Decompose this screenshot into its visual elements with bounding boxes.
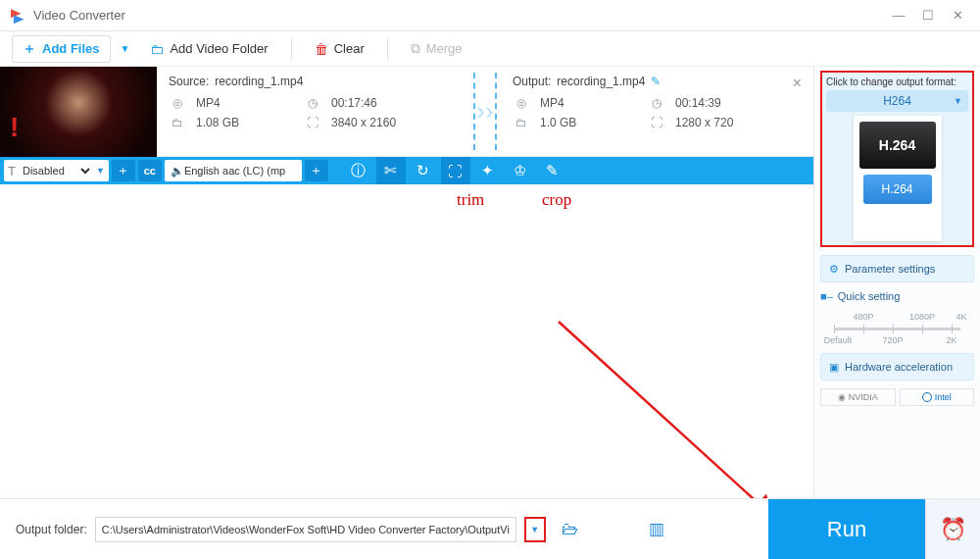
format-pill-label: H264 <box>883 94 911 108</box>
add-folder-button[interactable]: 🗀 Add Video Folder <box>139 36 278 62</box>
format-pill[interactable]: H264 ▼ <box>826 90 968 112</box>
output-column: × Output: recording_1.mp4 ✎ ◎ MP4 ◷ 00:1… <box>501 67 813 156</box>
hardware-accel-label: Hardware acceleration <box>845 361 953 373</box>
titlebar: Video Converter — ☐ ✕ <box>0 0 980 31</box>
subtitle-selector[interactable]: T Disabled ▼ <box>4 160 109 181</box>
thumb-marker: ! <box>10 112 19 143</box>
caption-button[interactable]: cc <box>138 160 162 181</box>
nvidia-logo: ◉NVIDIA <box>820 388 896 406</box>
crop-button[interactable]: ⛶ <box>441 157 470 184</box>
svg-line-0 <box>559 322 774 518</box>
rotate-button[interactable]: ↻ <box>409 157 438 184</box>
format-hint: Click to change output format: <box>826 76 968 87</box>
conversion-arrow: ›› <box>469 67 501 156</box>
add-files-dropdown[interactable]: ▼ <box>117 43 134 54</box>
dot-icon: ■– <box>820 290 833 302</box>
sliders-icon: ⚙ <box>829 263 839 276</box>
rename-icon[interactable]: ✎ <box>651 75 661 88</box>
output-label: Output: <box>513 75 551 88</box>
watermark-button[interactable]: ♔ <box>506 157 535 184</box>
source-resolution: 3840 x 2160 <box>331 116 429 129</box>
speaker-icon: 🔈 <box>171 165 184 178</box>
format-card[interactable]: H.264 H.264 <box>854 116 942 241</box>
app-title: Video Converter <box>33 8 884 23</box>
intel-logo: Intel <box>900 388 975 406</box>
add-subtitle-button[interactable]: ＋ <box>112 160 135 181</box>
format-card-bottom: H.264 <box>863 175 932 204</box>
quick-setting-label: ■– Quick setting <box>820 290 974 302</box>
source-column: Source: recording_1.mp4 ◎ MP4 ◷ 00:17:46… <box>157 67 469 156</box>
output-format: MP4 <box>540 96 638 110</box>
audio-track-selector[interactable]: 🔈 English aac (LC) (mp <box>165 160 302 181</box>
open-folder-button[interactable]: 🗁 <box>554 520 586 539</box>
content-area: ! Source: recording_1.mp4 ◎ MP4 ◷ 00:17:… <box>0 67 980 498</box>
output-folder-dropdown[interactable]: ▼ <box>524 517 546 542</box>
remove-item-button[interactable]: × <box>793 75 802 92</box>
info-button[interactable]: ⓘ <box>344 157 373 184</box>
minimize-button[interactable]: — <box>884 4 913 27</box>
edit-button[interactable]: ✎ <box>538 157 567 184</box>
subtitle-select[interactable]: Disabled <box>19 164 93 178</box>
output-duration: 00:14:39 <box>675 96 773 110</box>
separator <box>291 38 292 60</box>
main-panel: ! Source: recording_1.mp4 ◎ MP4 ◷ 00:17:… <box>0 67 813 498</box>
format-icon: ◎ <box>169 96 186 110</box>
add-files-button[interactable]: ＋ Add Files <box>12 35 111 63</box>
item-actionbar: T Disabled ▼ ＋ cc 🔈 English aac (LC) (mp… <box>0 157 813 184</box>
folder-plus-icon: 🗀 <box>150 41 164 57</box>
close-button[interactable]: ✕ <box>943 4 972 27</box>
source-label: Source: <box>169 75 209 88</box>
footer: Output folder: ▼ 🗁 ▥ Run ⏰ <box>0 498 980 559</box>
output-folder-label: Output folder: <box>16 523 87 536</box>
add-files-label: Add Files <box>42 41 100 56</box>
clear-button[interactable]: 🗑 Clear <box>304 36 375 62</box>
trim-button[interactable]: ✄ <box>376 157 406 184</box>
plus-icon: ＋ <box>23 40 36 58</box>
merge-label: Merge <box>426 41 463 56</box>
text-icon: T <box>8 164 16 178</box>
source-format: MP4 <box>196 96 294 110</box>
quick-setting-slider[interactable]: 480P 1080P 4K Default 720P 2K <box>824 312 970 345</box>
app-logo-icon <box>8 7 25 25</box>
audio-track-label: English aac (LC) (mp <box>184 165 285 177</box>
source-size: 1.08 GB <box>196 116 294 129</box>
video-thumbnail[interactable]: ! <box>0 67 157 157</box>
parameter-settings-label: Parameter settings <box>845 263 935 275</box>
source-duration: 00:17:46 <box>331 96 429 110</box>
annotation-crop: crop <box>542 190 571 210</box>
output-resolution: 1280 x 720 <box>675 116 773 129</box>
clear-label: Clear <box>334 41 365 56</box>
size-icon: 🗀 <box>169 116 186 129</box>
merge-icon: ⧉ <box>411 40 420 57</box>
task-list-button[interactable]: ▥ <box>641 519 672 539</box>
output-format-box: Click to change output format: H264 ▼ H.… <box>820 71 974 247</box>
add-folder-label: Add Video Folder <box>170 41 268 56</box>
resolution-icon: ⛶ <box>304 116 321 129</box>
resolution-icon: ⛶ <box>648 116 665 129</box>
file-item: ! Source: recording_1.mp4 ◎ MP4 ◷ 00:17:… <box>0 67 813 157</box>
clock-icon: ◷ <box>648 96 665 110</box>
hardware-accel-button[interactable]: ▣ Hardware acceleration <box>820 353 974 381</box>
source-filename: recording_1.mp4 <box>215 75 303 88</box>
format-icon: ◎ <box>513 96 530 110</box>
parameter-settings-button[interactable]: ⚙ Parameter settings <box>820 255 974 282</box>
annotation-trim: trim <box>457 190 484 210</box>
size-icon: 🗀 <box>513 116 530 129</box>
format-card-top: H.264 <box>859 122 936 169</box>
side-panel: Click to change output format: H264 ▼ H.… <box>813 67 980 498</box>
effects-button[interactable]: ✦ <box>473 157 503 184</box>
output-filename: recording_1.mp4 <box>557 75 645 88</box>
maximize-button[interactable]: ☐ <box>913 4 943 27</box>
separator <box>387 38 388 60</box>
chip-icon: ▣ <box>829 361 839 374</box>
schedule-button[interactable]: ⏰ <box>925 499 980 560</box>
trash-icon: 🗑 <box>315 41 328 57</box>
run-label: Run <box>827 517 866 542</box>
hw-logos: ◉NVIDIA Intel <box>820 388 974 406</box>
clock-icon: ◷ <box>304 96 321 110</box>
output-folder-input[interactable] <box>95 517 516 542</box>
merge-button: ⧉ Merge <box>400 35 473 62</box>
run-button[interactable]: Run <box>768 499 925 560</box>
main-toolbar: ＋ Add Files ▼ 🗀 Add Video Folder 🗑 Clear… <box>0 31 980 67</box>
add-audio-button[interactable]: ＋ <box>305 160 328 181</box>
